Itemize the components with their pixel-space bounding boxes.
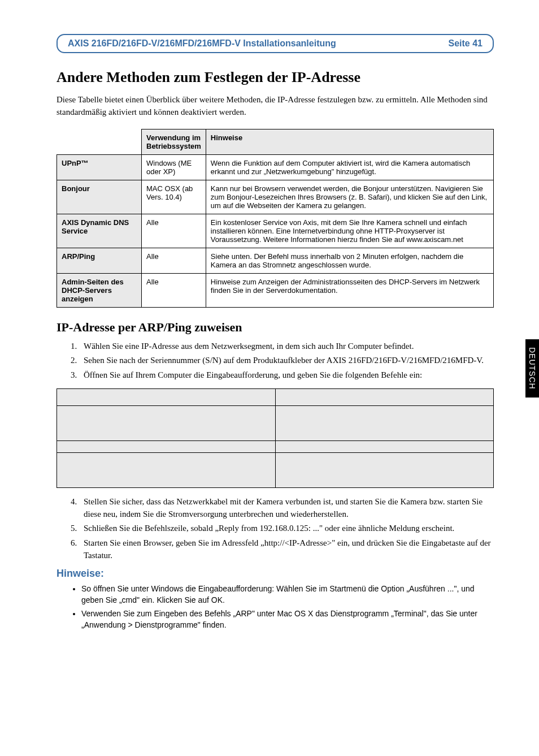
row-os: Alle <box>142 248 206 273</box>
row-note: Siehe unten. Der Befehl muss innerhalb v… <box>206 248 493 273</box>
cmd-cell <box>275 405 494 440</box>
row-note: Wenn die Funktion auf dem Computer aktiv… <box>206 154 493 180</box>
step-item: Stellen Sie sicher, dass das Netzwerkkab… <box>79 496 494 521</box>
step-item: Starten Sie einen Browser, geben Sie im … <box>79 537 494 562</box>
row-os: MAC OSX (ab Vers. 10.4) <box>142 180 206 214</box>
cmd-cell <box>57 388 276 405</box>
step-item: Öffnen Sie auf Ihrem Computer die Eingab… <box>79 369 494 382</box>
table-row: Admin-Seiten des DHCP-Servers anzeigen A… <box>57 273 494 307</box>
steps-list-b: Stellen Sie sicher, dass das Netzwerkkab… <box>68 496 494 562</box>
table-row: Bonjour MAC OSX (ab Vers. 10.4) Kann nur… <box>57 180 494 214</box>
page-header: AXIS 216FD/216FD-V/216MFD/216MFD-V Insta… <box>56 34 494 53</box>
language-tab: DEUTSCH <box>525 339 539 398</box>
note-item: Verwenden Sie zum Eingeben des Befehls „… <box>81 608 494 631</box>
step-item: Wählen Sie eine IP-Adresse aus dem Netzw… <box>79 340 494 353</box>
sub-heading: IP-Adresse per ARP/Ping zuweisen <box>56 320 494 335</box>
cmd-cell <box>275 452 494 487</box>
table-corner-empty <box>57 129 142 154</box>
header-page-number: Seite 41 <box>449 38 483 49</box>
table-row: UPnP™ Windows (ME oder XP) Wenn die Funk… <box>57 154 494 180</box>
steps-list-a: Wählen Sie eine IP-Adresse aus dem Netzw… <box>68 340 494 382</box>
table-row: AXIS Dynamic DNS Service Alle Ein kosten… <box>57 214 494 248</box>
row-os: Alle <box>142 214 206 248</box>
commands-table <box>56 388 494 488</box>
row-name: AXIS Dynamic DNS Service <box>57 214 142 248</box>
main-heading: Andere Methoden zum Festlegen der IP-Adr… <box>56 69 494 86</box>
cmd-cell <box>275 440 494 452</box>
notes-list: So öffnen Sie unter Windows die Eingabea… <box>72 583 494 631</box>
step-item: Sehen Sie nach der Seriennummer (S/N) au… <box>79 355 494 367</box>
table-row: ARP/Ping Alle Siehe unten. Der Befehl mu… <box>57 248 494 273</box>
row-os: Alle <box>142 273 206 307</box>
header-title: AXIS 216FD/216FD-V/216MFD/216MFD-V Insta… <box>68 38 336 49</box>
row-os: Windows (ME oder XP) <box>142 154 206 180</box>
row-note: Kann nur bei Browsern verwendet werden, … <box>206 180 493 214</box>
col-header-os: Verwendung im Betriebssystem <box>142 129 206 154</box>
row-name: UPnP™ <box>57 154 142 180</box>
row-name: Bonjour <box>57 180 142 214</box>
intro-paragraph: Diese Tabelle bietet einen Überblick übe… <box>56 94 494 119</box>
row-note: Hinweise zum Anzeigen der Administration… <box>206 273 493 307</box>
step-item: Schließen Sie die Befehlszeile, sobald „… <box>79 522 494 535</box>
notes-heading: Hinweise: <box>56 568 494 580</box>
col-header-notes: Hinweise <box>206 129 493 154</box>
row-note: Ein kostenloser Service von Axis, mit de… <box>206 214 493 248</box>
cmd-cell <box>57 452 276 487</box>
row-name: ARP/Ping <box>57 248 142 273</box>
methods-table: Verwendung im Betriebssystem Hinweise UP… <box>56 129 494 308</box>
cmd-cell <box>275 388 494 405</box>
cmd-cell <box>57 405 276 440</box>
row-name: Admin-Seiten des DHCP-Servers anzeigen <box>57 273 142 307</box>
cmd-cell <box>57 440 276 452</box>
note-item: So öffnen Sie unter Windows die Eingabea… <box>81 583 494 606</box>
